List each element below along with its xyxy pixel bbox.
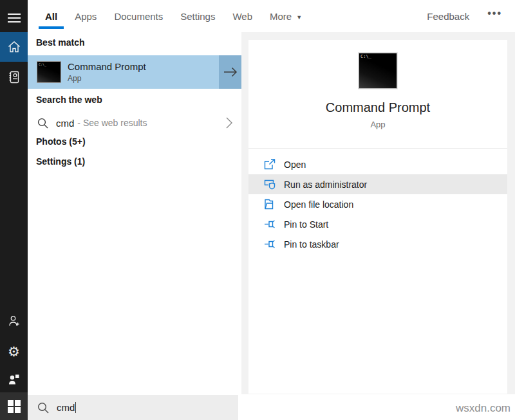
settings-section-header[interactable]: Settings (1) — [36, 156, 85, 167]
search-icon — [37, 118, 48, 129]
watermark-text: wsxdn.com — [456, 402, 510, 415]
command-prompt-large-icon: C:\_ — [359, 53, 397, 89]
web-query-text: cmd — [56, 118, 74, 129]
tab-documents[interactable]: Documents — [114, 1, 163, 32]
tab-all[interactable]: All — [45, 1, 57, 32]
feedback-link[interactable]: Feedback — [427, 11, 487, 22]
hamburger-menu-button[interactable] — [0, 4, 28, 32]
photos-section-header[interactable]: Photos (5+) — [36, 136, 86, 147]
start-button[interactable] — [0, 392, 28, 420]
text-cursor — [75, 402, 76, 413]
chevron-right-icon — [226, 117, 232, 129]
action-list: Open Run as administrator Open file loca… — [248, 154, 507, 254]
overflow-menu-button[interactable]: ••• — [487, 12, 502, 21]
divider — [248, 148, 507, 149]
web-result-cmd[interactable]: cmd - See web results — [28, 112, 241, 134]
action-open-file-location[interactable]: Open file location — [248, 194, 507, 214]
search-icon — [37, 402, 49, 414]
notebook-icon — [8, 71, 21, 84]
web-results-hint: - See web results — [77, 118, 147, 128]
hamburger-menu-icon — [8, 14, 21, 23]
action-pin-to-start[interactable]: Pin to Start — [248, 214, 507, 234]
home-icon — [7, 40, 21, 54]
search-input-value: cmd — [57, 402, 75, 413]
right-arrow-icon — [223, 67, 238, 77]
detail-title: Command Prompt — [248, 100, 507, 115]
feedback-person-icon — [8, 373, 21, 386]
pin-icon — [264, 239, 276, 250]
best-match-result-command-prompt[interactable]: C:\_ Command Prompt App — [28, 55, 219, 89]
settings-gear-icon: ⚙ — [8, 345, 20, 358]
windows-search-flyout: { "topbar": { "tabs": [ { "label": "All"… — [0, 0, 515, 420]
sidebar: ⚙ — [0, 0, 28, 420]
tab-settings[interactable]: Settings — [180, 1, 215, 32]
chevron-down-icon: ▼ — [296, 14, 302, 21]
tab-more[interactable]: More▼ — [270, 1, 302, 32]
open-window-icon — [264, 159, 276, 170]
admin-shield-icon — [264, 179, 276, 190]
windows-start-icon — [8, 400, 21, 413]
detail-subtitle: App — [248, 120, 507, 129]
sidebar-item-notebook[interactable] — [0, 63, 28, 91]
tab-web[interactable]: Web — [232, 1, 252, 32]
command-prompt-icon: C:\_ — [37, 61, 61, 83]
sidebar-item-settings[interactable]: ⚙ — [0, 337, 28, 365]
action-run-as-administrator[interactable]: Run as administrator — [248, 174, 507, 194]
tab-apps[interactable]: Apps — [75, 1, 97, 32]
action-pin-to-taskbar[interactable]: Pin to taskbar — [248, 234, 507, 254]
pin-icon — [264, 219, 276, 230]
search-input[interactable]: cmd — [28, 395, 238, 420]
add-user-icon — [8, 315, 21, 327]
sidebar-item-feedback[interactable] — [0, 365, 28, 394]
search-filter-tabs: All Apps Documents Settings Web More▼ Fe… — [28, 0, 515, 32]
detail-panel: C:\_ Command Prompt App Open Run as admi — [248, 40, 507, 394]
sidebar-item-home[interactable] — [0, 32, 28, 62]
folder-location-icon — [264, 199, 276, 210]
expand-result-button[interactable] — [219, 55, 241, 89]
action-open[interactable]: Open — [248, 154, 507, 174]
search-web-header: Search the web — [36, 95, 102, 105]
result-title: Command Prompt — [68, 61, 146, 72]
best-match-header: Best match — [36, 37, 84, 48]
sidebar-item-account[interactable] — [0, 307, 28, 335]
results-panel: Best match C:\_ Command Prompt App Searc… — [28, 32, 241, 395]
result-subtitle: App — [68, 74, 146, 83]
